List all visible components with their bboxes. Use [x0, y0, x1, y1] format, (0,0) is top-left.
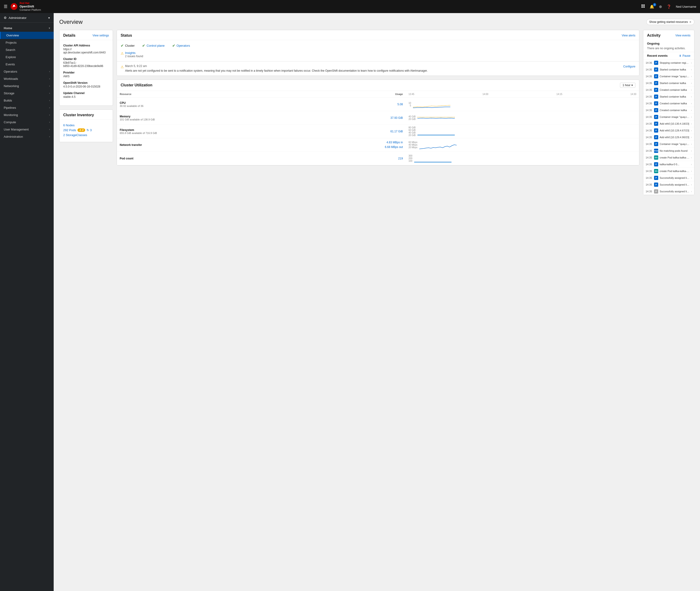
sidebar-item-projects[interactable]: Projects	[0, 39, 54, 46]
event-text: Started container kafka	[659, 95, 690, 98]
pause-button[interactable]: ⏸ Pause	[679, 54, 690, 57]
notification-icon[interactable]: 🔔 3	[650, 4, 654, 9]
sidebar-item-operators[interactable]: Operators ›	[0, 68, 54, 75]
sidebar-item-workloads[interactable]: Workloads ›	[0, 75, 54, 82]
getting-started-button[interactable]: Show getting started resources ✕	[646, 19, 694, 25]
storage-classes-link[interactable]: 2 StorageClasses	[63, 133, 109, 137]
event-row[interactable]: 14:35 P Container image "quay.io/st... ›	[643, 114, 694, 120]
configure-link[interactable]: Configure	[623, 65, 635, 68]
sidebar-item-events[interactable]: Events	[0, 61, 54, 68]
nav-right: 🔔 3 ⊕ ❓ Ned Username	[641, 4, 696, 9]
sidebar-item-explore[interactable]: Explore	[0, 54, 54, 61]
event-chevron-icon: ›	[691, 143, 692, 145]
grid-icon[interactable]	[641, 4, 645, 9]
sidebar-item-builds[interactable]: Builds ›	[0, 97, 54, 104]
alert-text: Alerts are not yet configured to be sent…	[125, 69, 635, 73]
pods-link[interactable]: 292 Pods	[63, 128, 76, 132]
operators-link[interactable]: Operators	[177, 44, 190, 47]
sidebar-item-search[interactable]: Search	[0, 46, 54, 54]
view-settings-link[interactable]: View settings	[93, 34, 109, 37]
event-badge: P	[654, 189, 658, 194]
time-col-1400: 14:00	[483, 93, 488, 95]
help-icon[interactable]: ❓	[667, 4, 671, 9]
operators-status: ✔ Operators	[172, 44, 190, 48]
networking-chevron-icon: ›	[49, 85, 50, 87]
event-row[interactable]: 14:36 P Stopping container registry... ›	[643, 60, 694, 66]
event-row[interactable]: 14:35 P Successfully assigned liz/ka... …	[643, 181, 694, 188]
event-chevron-icon: ›	[691, 156, 692, 159]
cluster-label: Cluster	[125, 44, 135, 47]
event-chevron-icon: ›	[691, 62, 692, 64]
detail-value-cluster-api: https://api.devcluster.openshift.com:644…	[63, 48, 109, 54]
time-select[interactable]: 1 hour ▾	[620, 83, 635, 88]
memory-name: Memory	[120, 115, 300, 118]
pod-count-chart	[414, 153, 451, 163]
event-row[interactable]: 14:35 P Started container kafka ›	[643, 80, 694, 86]
sidebar-item-compute[interactable]: Compute ›	[0, 119, 54, 126]
pod-count-row: Pod count 219 300 200 100	[117, 152, 639, 165]
hamburger-menu[interactable]: ☰	[4, 4, 7, 9]
alert-row: ⚠ March 5, 9:22 am Configure Alerts are …	[117, 61, 639, 76]
event-row[interactable]: 14:35 P Successfully assigned liz/ka... …	[643, 175, 694, 181]
event-row[interactable]: 14:35 P Started container kafka ›	[643, 93, 694, 100]
sidebar-item-monitoring[interactable]: Monitoring ›	[0, 111, 54, 119]
sidebar-item-user-management[interactable]: User Management ›	[0, 126, 54, 133]
event-row[interactable]: 14:35 P kafka-kafka-0 0... ›	[643, 161, 694, 168]
event-row[interactable]: 14:35 P Created container kafka ›	[643, 86, 694, 93]
operators-ok-icon: ✔	[172, 44, 175, 48]
event-time: 14:35	[646, 143, 653, 145]
event-row[interactable]: 14:35 P Successfully assigned liz/ka... …	[643, 188, 694, 195]
view-alerts-link[interactable]: View alerts	[622, 34, 635, 37]
builds-chevron-icon: ›	[49, 99, 50, 102]
fs-y2: 60 GiB	[409, 129, 416, 131]
workloads-chevron-icon: ›	[49, 77, 50, 80]
cpu-y1: 10	[409, 102, 411, 104]
sidebar-item-networking[interactable]: Networking ›	[0, 82, 54, 90]
event-time: 14:35	[646, 183, 653, 186]
nodes-link[interactable]: 6 Nodes	[63, 124, 109, 127]
event-row[interactable]: 14:35 P Add eth0 [10.129.4.90/23] ›	[643, 134, 694, 141]
control-plane-link[interactable]: Control plane	[147, 44, 164, 47]
event-row[interactable]: 14:35 P Add eth0 [10.130.4.18/23] ›	[643, 120, 694, 127]
event-row[interactable]: 14:35 SS create Pod kafka-kafka-1i... ›	[643, 168, 694, 175]
event-chevron-icon: ›	[691, 163, 692, 166]
event-badge: SS	[654, 155, 658, 160]
sidebar-item-storage[interactable]: Storage ›	[0, 90, 54, 97]
event-badge: P	[654, 108, 658, 112]
pods-spin-badge: ↻ 3	[86, 128, 92, 132]
event-row[interactable]: 14:35 P Started container kafka ›	[643, 66, 694, 73]
event-row[interactable]: 14:35 P Created container kafka ›	[643, 107, 694, 114]
detail-channel: Update Channel stable-4.5	[63, 91, 109, 98]
user-management-chevron-icon: ›	[49, 128, 50, 131]
pods-warning-badge: ⚠ 2	[77, 128, 85, 132]
event-row[interactable]: 14:35 P Add eth0 [10.128.4.67/23] ›	[643, 127, 694, 134]
sidebar: ⚙ Administrator ▾ Home ▾ Overview Projec…	[0, 13, 54, 591]
event-row[interactable]: 14:35 PDB No matching pods found ›	[643, 147, 694, 154]
sidebar-item-pipelines[interactable]: Pipelines ›	[0, 104, 54, 111]
event-row[interactable]: 14:35 P Created container kafka ›	[643, 100, 694, 107]
sidebar-item-administration[interactable]: Administration ›	[0, 133, 54, 140]
plus-icon[interactable]: ⊕	[659, 4, 662, 9]
user-name[interactable]: Ned Username	[676, 5, 696, 8]
getting-started-close-icon[interactable]: ✕	[689, 20, 691, 23]
insights-link[interactable]: Insights	[125, 51, 136, 55]
activity-title: Activity	[647, 34, 660, 38]
sidebar-item-home[interactable]: Home ▾	[0, 24, 54, 32]
detail-value-channel: stable-4.5	[63, 95, 109, 98]
control-plane-ok-icon: ✔	[142, 44, 145, 48]
admin-chevron-icon: ▾	[48, 16, 50, 20]
event-row[interactable]: 14:35 P Container image "quay.io/st... ›	[643, 141, 694, 147]
utilization-header: Cluster Utilization 1 hour ▾	[117, 80, 639, 91]
event-chevron-icon: ›	[691, 116, 692, 118]
event-row[interactable]: 14:35 P Container image "quay.io/st... ›	[643, 73, 694, 80]
filesystem-chart	[417, 126, 455, 137]
view-events-link[interactable]: View events	[676, 34, 690, 37]
memory-usage: 37.93 GiB	[303, 111, 406, 125]
event-row[interactable]: 14:35 SS create Pod kafka-kafka-2 i... ›	[643, 154, 694, 161]
event-time: 14:36	[646, 61, 653, 64]
admin-toggle[interactable]: ⚙ Administrator ▾	[0, 13, 54, 23]
storage-chevron-icon: ›	[49, 92, 50, 94]
sidebar-item-overview[interactable]: Overview	[0, 32, 54, 39]
memory-sub: 101 GiB available of 138.9 GiB	[120, 118, 300, 121]
utilization-table: Resource Usage 13:45 14:00 14:15 14:30	[117, 91, 639, 165]
